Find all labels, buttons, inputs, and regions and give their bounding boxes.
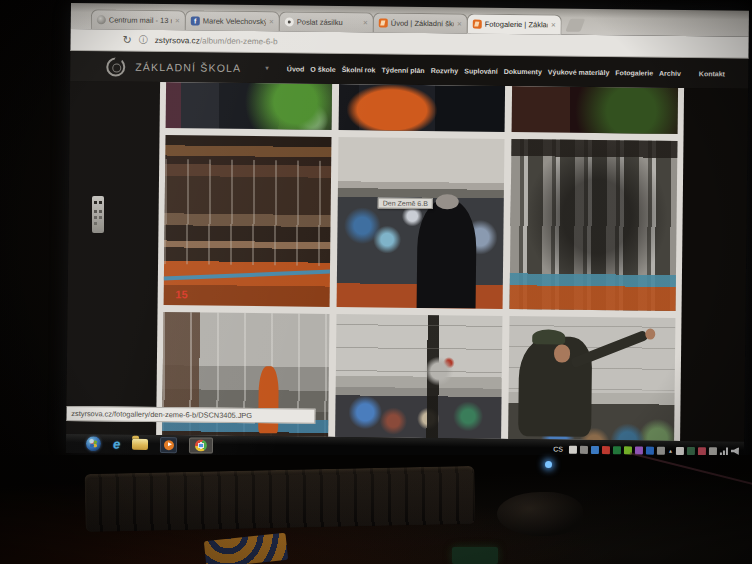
close-icon[interactable]: × xyxy=(551,21,556,29)
network-icon[interactable] xyxy=(720,447,728,455)
gallery-container: 15 Den Země 6.B xyxy=(156,82,684,441)
tab-poslat-zasilku[interactable]: Poslat zásilku × xyxy=(279,11,374,32)
internet-explorer-icon[interactable]: e xyxy=(113,438,120,451)
nav-item-uvod[interactable]: Úvod xyxy=(287,65,305,72)
tray-icon[interactable] xyxy=(709,447,717,455)
gallery-photo-milking-machines[interactable] xyxy=(510,139,678,311)
nav-item-o-skole[interactable]: O škole xyxy=(310,65,335,72)
site-brand[interactable]: ZÁKLADNÍ ŠKOLA xyxy=(135,61,241,74)
bezel-sticker xyxy=(92,196,104,233)
tray-icon[interactable] xyxy=(698,447,706,455)
close-icon[interactable]: × xyxy=(269,18,274,26)
tray-icon[interactable] xyxy=(569,445,577,453)
gallery-photo-man-pointing[interactable] xyxy=(508,316,676,441)
mouse-silhouette xyxy=(497,492,583,536)
school-favicon xyxy=(379,18,388,27)
tab-uvod-skola[interactable]: Úvod | Základní škola T × xyxy=(373,12,468,33)
photo-of-monitor-scene: Centrum mail - 13 nepř × f Marek Velecho… xyxy=(0,0,752,564)
photo-detail xyxy=(416,199,477,308)
stall-number: 15 xyxy=(175,288,187,300)
nav-item-archiv[interactable]: Archiv xyxy=(659,69,681,76)
nav-item-vyukove-materialy[interactable]: Výukové materiály xyxy=(548,68,610,76)
explorer-folder-icon[interactable] xyxy=(132,439,148,450)
chevron-down-icon[interactable]: ▾ xyxy=(265,64,269,72)
photo-detail xyxy=(532,329,565,345)
nav-item-rozvrhy[interactable]: Rozvrhy xyxy=(431,67,459,74)
tab-title: Centrum mail - 13 nepř xyxy=(109,15,172,25)
photo-tooltip: Den Země 6.B xyxy=(378,197,433,209)
new-tab-button[interactable] xyxy=(565,19,585,32)
close-icon[interactable]: × xyxy=(363,19,368,27)
gallery-photo-children-group[interactable]: Den Země 6.B xyxy=(337,137,505,309)
gallery-photo-milking-stalls[interactable]: 15 xyxy=(164,135,332,307)
chrome-icon xyxy=(195,439,207,451)
tray-icon[interactable] xyxy=(591,445,599,453)
photo-detail xyxy=(258,366,279,433)
tab-title: Marek Velechovský xyxy=(203,16,266,26)
page-info-icon[interactable]: ⓘ xyxy=(139,34,148,47)
desk-object-green xyxy=(452,547,498,564)
tab-title: Poslat zásilku xyxy=(297,18,360,28)
power-led xyxy=(545,461,552,468)
photo-detail xyxy=(336,314,503,377)
tab-fotogalerie-active[interactable]: Fotogalerie | Základní š × xyxy=(467,13,562,34)
close-icon[interactable]: × xyxy=(175,17,180,25)
tab-centrum-mail[interactable]: Centrum mail - 13 nepř × xyxy=(91,9,186,30)
address-field[interactable]: zstyrsova.cz/album/den-zeme-6-b xyxy=(155,36,278,46)
nav-item-fotogalerie[interactable]: Fotogalerie xyxy=(615,69,653,76)
keyboard-silhouette xyxy=(84,466,475,532)
tray-icon[interactable] xyxy=(676,446,684,454)
main-nav: Úvod O škole Školní rok Týdenní plán Roz… xyxy=(287,65,725,77)
play-icon xyxy=(164,440,174,450)
photo-detail xyxy=(164,270,332,281)
close-icon[interactable]: × xyxy=(457,20,462,28)
school-logo[interactable] xyxy=(106,57,125,76)
tray-icon[interactable] xyxy=(646,446,654,454)
url-path: /album/den-zeme-6-b xyxy=(200,36,278,46)
media-player-icon[interactable] xyxy=(160,437,177,453)
photo-detail xyxy=(164,159,331,266)
tray-icon[interactable] xyxy=(602,446,610,454)
nav-item-suplovani[interactable]: Suplování xyxy=(464,67,498,74)
nav-item-skolni-rok[interactable]: Školní rok xyxy=(342,66,376,73)
reload-icon[interactable]: ↻ xyxy=(123,35,132,46)
dot-icon xyxy=(285,17,294,26)
tab-facebook[interactable]: f Marek Velechovský × xyxy=(185,10,280,31)
tab-title: Úvod | Základní škola T xyxy=(391,19,454,29)
gallery-photo[interactable] xyxy=(339,84,506,132)
nav-item-dokumenty[interactable]: Dokumenty xyxy=(504,67,542,74)
tab-title: Fotogalerie | Základní š xyxy=(485,20,548,30)
volume-icon[interactable] xyxy=(731,447,739,455)
mail-globe-icon xyxy=(97,15,106,24)
tray-icon[interactable] xyxy=(580,445,588,453)
gallery-row-2: 15 Den Země 6.B xyxy=(164,135,678,311)
tray-icon[interactable] xyxy=(613,446,621,454)
page-viewport: 15 Den Země 6.B xyxy=(66,81,748,442)
show-hidden-icons[interactable]: ▴ xyxy=(669,447,672,454)
start-button[interactable] xyxy=(86,436,101,451)
nav-item-tydenni-plan[interactable]: Týdenní plán xyxy=(381,66,424,73)
school-favicon xyxy=(473,20,482,29)
language-indicator[interactable]: CS xyxy=(553,445,563,452)
chrome-taskbar-button[interactable] xyxy=(189,437,213,453)
gallery-row-1 xyxy=(166,82,678,134)
monitor-screen: Centrum mail - 13 nepř × f Marek Velecho… xyxy=(66,3,749,461)
tray-icon[interactable] xyxy=(657,446,665,454)
facebook-icon: f xyxy=(191,16,200,25)
tray-icon[interactable] xyxy=(687,447,695,455)
nav-item-kontakt[interactable]: Kontakt xyxy=(699,70,725,77)
status-link-bar: zstyrsova.cz/fotogallery/den-zeme-6-b/DS… xyxy=(66,406,315,424)
gallery-photo-hall-children[interactable] xyxy=(335,314,503,441)
gallery-photo[interactable] xyxy=(166,82,333,130)
gallery-photo[interactable] xyxy=(512,86,679,134)
url-host: zstyrsova.cz xyxy=(155,36,200,46)
